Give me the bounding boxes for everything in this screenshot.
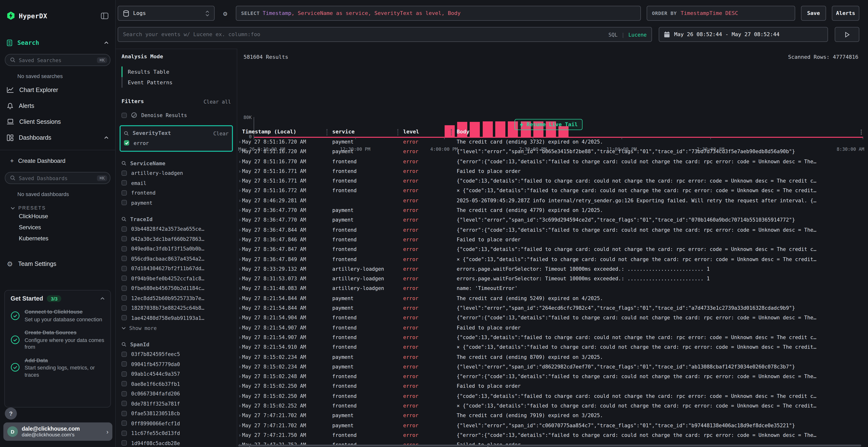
denoise-results-checkbox[interactable]: Denoise Results <box>122 110 231 120</box>
table-row[interactable]: ›May 27 8:51:16.772 AMfrontenderror× {"c… <box>237 186 868 196</box>
table-row[interactable]: ›May 27 8:33:29.132 AMartillery-loadgene… <box>237 264 868 274</box>
saved-searches-input[interactable]: Saved Searches ⌘K <box>5 54 111 66</box>
sidebar-item-search[interactable]: Search <box>0 39 115 46</box>
filter-option[interactable]: 049ed0ac3fdb1f3f15a0b0b… <box>122 244 231 253</box>
table-row[interactable]: ›May 27 7:47:21.750 AMfrontenderror{"err… <box>237 430 868 440</box>
sidebar-item-chart-explorer[interactable]: Chart Explorer <box>0 82 115 98</box>
sidebar-item-alerts[interactable]: Alerts <box>0 98 115 114</box>
column-resize-handle[interactable] <box>327 129 328 135</box>
column-header-timestamp[interactable]: Timestamp (Local) <box>242 129 296 135</box>
sidebar-item-services[interactable]: Services <box>0 221 115 233</box>
lang-toggle-sql[interactable]: SQL <box>609 32 618 37</box>
tab-results-table[interactable]: Results Table <box>122 66 231 77</box>
filter-option[interactable]: 0fbe680eb456750b2d1184c… <box>122 283 231 293</box>
time-range-picker[interactable]: May 26 08:52:44 - May 27 08:52:44 <box>659 27 828 42</box>
lang-toggle-lucene[interactable]: Lucene <box>628 32 647 37</box>
sidebar-item-kubernetes[interactable]: Kubernetes <box>0 233 115 244</box>
presets-toggle[interactable]: PRESETS <box>10 205 115 210</box>
table-row[interactable]: ›May 27 8:51:16.771 AMfrontenderrorFaile… <box>237 166 868 176</box>
table-row[interactable]: ›May 27 8:21:54.910 AMfrontenderror× {"c… <box>237 342 868 352</box>
table-row[interactable]: ›May 27 8:51:16.770 AMfrontenderror{"err… <box>237 156 868 166</box>
filter-option[interactable]: 0c0667304fafd206 <box>122 389 231 399</box>
filter-option[interactable]: 12ec8dd52b60b9525733b7e… <box>122 293 231 303</box>
saved-dashboards-input[interactable]: Saved Dashboards ⌘K <box>5 172 111 184</box>
get-started-step[interactable]: Add Data Start sending logs, metrics, or… <box>10 357 105 378</box>
table-row[interactable]: ›May 27 8:21:54.907 AMfrontenderror{"cod… <box>237 332 868 342</box>
filter-option[interactable]: 11c67fe55c0d13fd <box>122 428 231 438</box>
table-row[interactable]: ›May 27 8:51:16.771 AMfrontenderror{"cod… <box>237 176 868 186</box>
table-row[interactable]: ›May 27 8:36:47.770 AMpaymenterrorThe cr… <box>237 205 868 215</box>
create-dashboard-button[interactable]: + Create Dashboard <box>0 157 115 164</box>
column-resize-handle[interactable] <box>451 129 452 135</box>
filter-option[interactable]: email <box>122 178 231 188</box>
get-started-step[interactable]: Connect to ClickHouse Set up your databa… <box>10 308 105 323</box>
table-row[interactable]: ›May 27 7:47:21.702 AMpaymenterrorThe cr… <box>237 411 868 420</box>
table-row[interactable]: ›May 27 8:15:02.234 AMpaymenterrorThe cr… <box>237 352 868 362</box>
order-by-input[interactable]: ORDER BY TimestampTime DESC <box>647 6 795 21</box>
table-row[interactable]: ›May 27 8:15:02.250 AMfrontenderrorFaile… <box>237 381 868 391</box>
filter-option[interactable]: 0de781ff325a781f <box>122 399 231 409</box>
collapse-sidebar-icon[interactable] <box>101 12 108 19</box>
show-more-button[interactable]: Show more <box>122 323 231 333</box>
lucene-search-input[interactable]: Search your events w/ Lucene ex. column:… <box>118 27 652 42</box>
table-row[interactable]: ›May 27 8:21:54.907 AMfrontenderrorFaile… <box>237 322 868 332</box>
filter-option[interactable]: frontend <box>122 188 231 198</box>
column-header-body[interactable]: Body <box>457 129 469 135</box>
tab-event-patterns[interactable]: Event Patterns <box>122 77 231 88</box>
table-row[interactable]: ›May 27 8:15:02.234 AMpaymenterror{"leve… <box>237 362 868 372</box>
get-started-step[interactable]: Create Data Sources Configure where your… <box>10 329 105 350</box>
save-button[interactable]: Save <box>801 6 826 21</box>
table-row[interactable]: ›May 27 8:21:54.844 AMpaymenterror{"leve… <box>237 303 868 313</box>
table-row[interactable]: ›May 27 8:31:48.083 AMartillery-loadgene… <box>237 283 868 294</box>
table-row[interactable]: ›May 27 8:36:47.846 AMfrontenderrorFaile… <box>237 235 868 244</box>
column-header-level[interactable]: level <box>403 129 419 135</box>
sidebar-item-dashboards[interactable]: Dashboards <box>0 130 115 145</box>
table-row[interactable]: ›May 27 8:51:16.720 AMpaymenterrorThe cr… <box>237 137 868 147</box>
filter-option[interactable]: 03b44828f42a3573ea655ce… <box>122 224 231 234</box>
table-row[interactable]: ›May 27 8:15:02.252 AMfrontenderror× {"c… <box>237 401 868 411</box>
filter-option[interactable]: artillery-loadgen <box>122 168 231 178</box>
chevron-up-icon[interactable] <box>100 297 105 300</box>
column-header-service[interactable]: service <box>332 129 355 135</box>
filter-option[interactable]: 07d184304627bf2f11b67dd… <box>122 264 231 273</box>
run-query-button[interactable] <box>835 27 859 42</box>
table-row[interactable]: ›May 27 8:15:02.250 AMfrontenderror{"cod… <box>237 391 868 401</box>
filter-option[interactable]: payment <box>122 198 231 208</box>
sidebar-item-clickhouse[interactable]: ClickHouse <box>0 210 115 221</box>
filter-option[interactable]: 0ff8990066efcf1d <box>122 418 231 428</box>
table-row[interactable]: ›May 27 8:36:47.844 AMfrontenderror{"err… <box>237 225 868 235</box>
filter-option[interactable]: 042a30c3dc1baf660b27863… <box>122 234 231 244</box>
user-menu[interactable]: D dale@clickhouse.com dale@clickhouse.co… <box>3 422 112 441</box>
clear-all-button[interactable]: Clear all <box>204 99 231 104</box>
filter-option[interactable]: 18287038b73e882425c64b8… <box>122 303 231 313</box>
table-row[interactable]: ›May 27 8:51:16.720 AMpaymenterror{"leve… <box>237 147 868 157</box>
column-resize-handle[interactable] <box>397 129 398 135</box>
table-row[interactable]: ›May 27 8:21:54.904 AMfrontenderror{"err… <box>237 313 868 323</box>
filter-option[interactable]: 09ab1c4544c9a357 <box>122 369 231 379</box>
table-row[interactable]: ›May 27 8:36:47.849 AMfrontenderror× {"c… <box>237 254 868 264</box>
alerts-button[interactable]: Alerts <box>832 6 859 21</box>
table-options-icon[interactable]: ⋮ <box>858 129 864 135</box>
source-settings-button[interactable]: ⚙ <box>220 10 230 16</box>
filter-option[interactable]: 0ae8e1f6c6b37fb1 <box>122 379 231 389</box>
sidebar-item-client-sessions[interactable]: Client Sessions <box>0 114 115 130</box>
filter-option[interactable]: 1ae42480d758e9ab91193a1… <box>122 313 231 323</box>
table-row[interactable]: ›May 27 8:21:54.844 AMpaymenterrorThe cr… <box>237 294 868 303</box>
filter-option[interactable]: 09041fb457779da0 <box>122 359 231 369</box>
table-row[interactable]: ›May 27 8:46:29.281 AMerror2025-05-26T09… <box>237 196 868 205</box>
sidebar-item-team-settings[interactable]: ⚙ Team Settings <box>0 258 115 270</box>
filter-option[interactable]: 1d94f08c5acdb28e <box>122 438 231 447</box>
table-row[interactable]: ›May 27 8:15:02.248 AMfrontenderror{"err… <box>237 371 868 381</box>
filter-option[interactable]: 0f94b9befe0b4252ccfa1c8… <box>122 273 231 283</box>
table-row[interactable]: ›May 27 8:31:53.073 AMartillery-loadgene… <box>237 274 868 283</box>
table-row[interactable]: ›May 27 8:36:47.847 AMfrontenderror{"cod… <box>237 244 868 254</box>
sql-select-input[interactable]: SELECT Timestamp, ServiceName as service… <box>236 6 641 21</box>
filter-option[interactable]: 056cd9acbaac8637a4354a2… <box>122 253 231 264</box>
filter-option[interactable]: 03f7b824595feec5 <box>122 349 231 359</box>
help-button[interactable]: ? <box>5 408 17 419</box>
filter-option-error[interactable]: error <box>124 138 228 148</box>
table-row[interactable]: ›May 27 7:47:21.702 AMpaymenterror{"leve… <box>237 420 868 430</box>
filter-option[interactable]: 0fae5381230518cb <box>122 409 231 418</box>
table-row[interactable]: ›May 27 8:36:47.770 AMpaymenterror{"leve… <box>237 215 868 225</box>
clear-severity-button[interactable]: Clear <box>213 130 228 136</box>
